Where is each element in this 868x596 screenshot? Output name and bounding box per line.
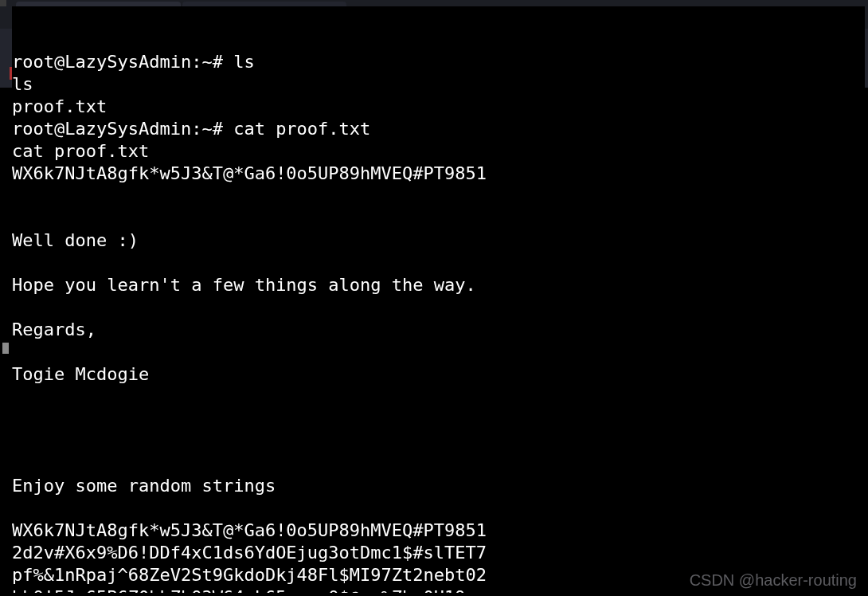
terminal-line: WX6k7NJtA8gfk*w5J3&T@*Ga6!0o5UP89hMVEQ#P… bbox=[12, 520, 865, 542]
terminal-line: Enjoy some random strings bbox=[12, 475, 865, 497]
side-guide bbox=[2, 343, 9, 354]
terminal-line: Regards, bbox=[12, 319, 865, 341]
terminal-line bbox=[12, 497, 865, 520]
terminal-line: WX6k7NJtA8gfk*w5J3&T@*Ga6!0o5UP89hMVEQ#P… bbox=[12, 163, 865, 185]
terminal-window[interactable]: root@LazySysAdmin:~# lslsproof.txtroot@L… bbox=[12, 6, 865, 593]
terminal-line bbox=[12, 207, 865, 229]
watermark: CSDN @hacker-routing bbox=[690, 571, 857, 590]
terminal-line: ls bbox=[12, 73, 865, 96]
terminal-line: proof.txt bbox=[12, 96, 865, 118]
terminal-top-strip bbox=[0, 0, 6, 6]
terminal-line bbox=[12, 453, 865, 475]
terminal-line: root@LazySysAdmin:~# cat proof.txt bbox=[12, 118, 865, 140]
terminal-line: Hope you learn't a few things along the … bbox=[12, 274, 865, 296]
terminal-line: Togie Mcdogie bbox=[12, 363, 865, 386]
terminal-line: root@LazySysAdmin:~# ls bbox=[12, 51, 865, 73]
terminal-line bbox=[12, 386, 865, 408]
terminal-output: root@LazySysAdmin:~# lslsproof.txtroot@L… bbox=[12, 51, 865, 593]
terminal-line: 2d2v#X6x9%D6!DDf4xC1ds6YdOEjug3otDmc1$#s… bbox=[12, 542, 865, 564]
terminal-line bbox=[12, 430, 865, 453]
terminal-line bbox=[12, 296, 865, 319]
terminal-line bbox=[12, 252, 865, 274]
terminal-line: Well done :) bbox=[12, 229, 865, 252]
terminal-line bbox=[12, 408, 865, 430]
terminal-line bbox=[12, 185, 865, 207]
terminal-line bbox=[12, 341, 865, 363]
terminal-line: cat proof.txt bbox=[12, 140, 865, 163]
